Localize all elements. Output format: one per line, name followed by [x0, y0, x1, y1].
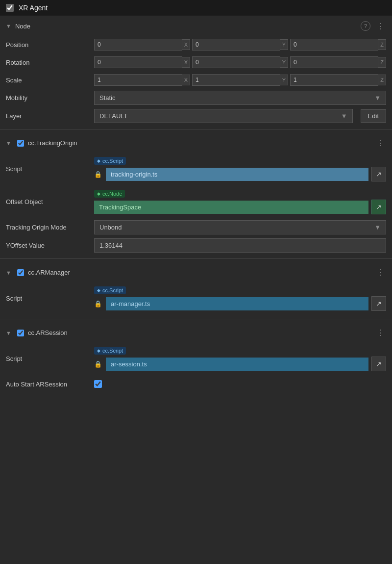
gap2 [0, 259, 392, 263]
rotation-y-input[interactable] [192, 56, 280, 68]
position-label: Position [6, 41, 94, 49]
rotation-x-label: X [182, 57, 190, 68]
layer-edit-button[interactable]: Edit [361, 109, 386, 123]
layer-field-content: DEFAULT ▼ Edit [94, 109, 386, 123]
ar-session-script-field-content: ◆ cc.Script 🔒 ↗ [94, 346, 386, 371]
offset-object-field-content: ◆ cc.Node ↗ [94, 189, 386, 214]
tracking-origin-dots-menu[interactable]: ⋮ [374, 138, 386, 148]
ar-manager-script-tag-container: ◆ cc.Script [94, 286, 126, 295]
ar-manager-goto-button[interactable]: ↗ [371, 296, 386, 311]
offset-object-tag-label: cc.Node [102, 191, 122, 197]
auto-start-label: Auto Start ARSession [6, 381, 94, 388]
scale-field-content: X Y Z [94, 74, 386, 86]
tracking-origin-lock-icon: 🔒 [94, 171, 103, 178]
scale-z-item: Z [290, 74, 386, 86]
rotation-label: Rotation [6, 59, 94, 66]
tracking-origin-tag-diamond: ◆ [97, 158, 100, 163]
ar-session-script-input[interactable] [106, 358, 368, 371]
scale-row: Scale X Y Z [0, 71, 392, 89]
offset-object-tag-diamond: ◆ [97, 191, 100, 196]
tracking-origin-tag-label: cc.Script [102, 158, 123, 164]
offset-object-tag: ◆ cc.Node [94, 190, 125, 198]
position-z-label: Z [378, 39, 386, 50]
rotation-y-label: Y [280, 57, 288, 68]
tracking-origin-script-wrapper: Script ◆ cc.Script 🔒 ↗ [0, 153, 392, 185]
offset-object-input[interactable] [94, 201, 368, 214]
scale-xyz-group: X Y Z [94, 74, 386, 86]
ar-manager-lock-icon: 🔒 [94, 300, 103, 308]
auto-start-row: Auto Start ARSession [0, 375, 392, 393]
scale-z-input[interactable] [290, 74, 378, 86]
node-section: ▼ Node ? ⋮ Position X Y Z [0, 16, 392, 129]
rotation-x-input[interactable] [94, 56, 182, 68]
position-z-input[interactable] [290, 39, 378, 51]
ar-session-enabled-checkbox[interactable] [17, 330, 24, 336]
ar-session-chevron-icon[interactable]: ▼ [6, 330, 11, 336]
ar-manager-tag-label: cc.Script [102, 287, 123, 293]
tracking-origin-goto-button[interactable]: ↗ [371, 167, 386, 181]
ar-session-goto-button[interactable]: ↗ [371, 357, 386, 371]
rotation-z-item: Z [290, 56, 386, 68]
tracking-origin-script-label: Script [6, 165, 94, 173]
tracking-origin-enabled-checkbox[interactable] [17, 140, 24, 147]
position-z-item: Z [290, 39, 386, 51]
tracking-origin-script-input-row: 🔒 ↗ [94, 167, 386, 181]
ar-session-lock-icon: 🔒 [94, 360, 103, 368]
rotation-z-input[interactable] [290, 56, 378, 68]
layer-row: Layer DEFAULT ▼ Edit [0, 107, 392, 125]
layer-dropdown[interactable]: DEFAULT ▼ [94, 109, 353, 123]
mobility-dropdown[interactable]: Static ▼ [94, 91, 386, 105]
scale-x-item: X [94, 74, 190, 86]
header-bar: XR Agent [0, 0, 392, 16]
ar-manager-script-input[interactable] [106, 297, 368, 310]
position-y-input[interactable] [192, 39, 280, 51]
offset-object-goto-button[interactable]: ↗ [371, 200, 386, 214]
tracking-origin-mode-row: Tracking Origin Mode Unbond ▼ [0, 218, 392, 236]
position-field-content: X Y Z [94, 39, 386, 51]
position-xyz-group: X Y Z [94, 39, 386, 51]
position-x-input[interactable] [94, 39, 182, 51]
tracking-origin-chevron-icon[interactable]: ▼ [6, 140, 11, 146]
ar-manager-chevron-icon[interactable]: ▼ [6, 270, 11, 276]
ar-manager-section: ▼ cc.ARManager ⋮ Script ◆ cc.Script 🔒 ↗ [0, 263, 392, 319]
tracking-origin-mode-dropdown[interactable]: Unbond ▼ [94, 220, 386, 234]
offset-object-input-row: ↗ [94, 200, 386, 214]
tracking-origin-section: ▼ cc.TrackingOrigin ⋮ Script ◆ cc.Script… [0, 133, 392, 259]
offset-object-label: Offset Object [6, 198, 94, 205]
tracking-origin-mode-field-content: Unbond ▼ [94, 220, 386, 234]
tracking-origin-section-header: ▼ cc.TrackingOrigin ⋮ [0, 133, 392, 153]
ar-session-script-tag-container: ◆ cc.Script [94, 346, 126, 356]
mobility-row: Mobility Static ▼ [0, 89, 392, 107]
ar-session-script-label: Script [6, 355, 94, 362]
auto-start-field-content [94, 380, 386, 388]
ar-manager-enabled-checkbox[interactable] [17, 269, 24, 276]
ar-session-script-input-row: 🔒 ↗ [94, 357, 386, 371]
node-dots-menu[interactable]: ⋮ [374, 22, 386, 31]
node-help-icon[interactable]: ? [361, 21, 370, 31]
offset-object-wrapper: Offset Object ◆ cc.Node ↗ [0, 185, 392, 218]
header-checkbox[interactable] [6, 4, 14, 12]
ar-manager-script-field-content: ◆ cc.Script 🔒 ↗ [94, 286, 386, 311]
ar-manager-dots-menu[interactable]: ⋮ [374, 268, 386, 277]
scale-x-input[interactable] [94, 74, 182, 86]
node-chevron-icon[interactable]: ▼ [6, 23, 11, 29]
yoffset-input[interactable] [94, 238, 386, 253]
scale-z-label: Z [378, 75, 386, 85]
rotation-x-item: X [94, 56, 190, 68]
ar-manager-section-title: cc.ARManager [28, 269, 370, 276]
tracking-origin-script-input[interactable] [106, 168, 368, 181]
scale-y-input[interactable] [192, 74, 280, 86]
ar-session-tag-label: cc.Script [102, 348, 123, 354]
ar-manager-script-input-row: 🔒 ↗ [94, 296, 386, 311]
tracking-origin-mode-dropdown-arrow: ▼ [374, 224, 381, 231]
ar-session-script-wrapper: Script ◆ cc.Script 🔒 ↗ [0, 342, 392, 375]
node-section-header: ▼ Node ? ⋮ [0, 16, 392, 36]
mobility-field-content: Static ▼ [94, 91, 386, 105]
scale-y-label: Y [280, 75, 288, 85]
yoffset-field-content [94, 238, 386, 253]
auto-start-checkbox[interactable] [94, 380, 102, 388]
tracking-origin-mode-label: Tracking Origin Mode [6, 224, 94, 231]
offset-object-row: Offset Object ◆ cc.Node ↗ [6, 187, 386, 216]
ar-session-dots-menu[interactable]: ⋮ [374, 328, 386, 337]
ar-manager-script-tag: ◆ cc.Script [94, 286, 126, 294]
